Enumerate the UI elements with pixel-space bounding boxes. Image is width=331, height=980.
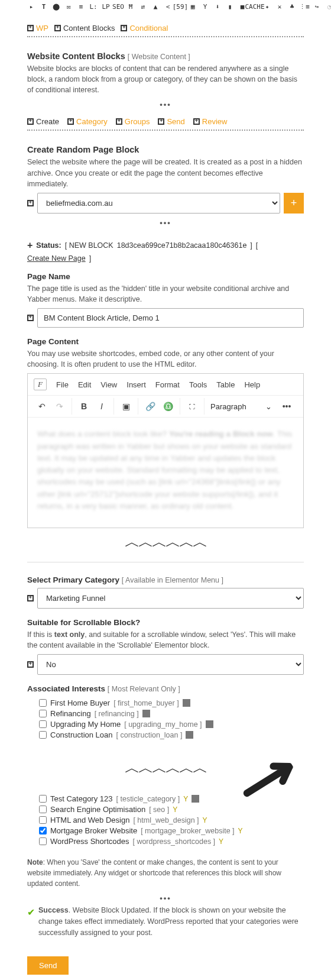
y-badge: Y [238, 827, 243, 835]
editor-menu-edit[interactable]: Edit [78, 380, 91, 389]
top-toolbar: ▸ T ⬤ ✉ ≡ L: LP SEO Ħ ⇄ ▲ < [59] ▦ Y ⬇ ▮… [27, 0, 304, 14]
plus-icon[interactable] [27, 315, 34, 321]
editor-menu-tools[interactable]: Tools [189, 380, 207, 389]
main-tabs: WP Content Blocks Conditional [27, 14, 304, 37]
interest-checkbox[interactable] [39, 816, 47, 824]
toolbar-icon[interactable]: < [164, 2, 172, 11]
toolbar-icon[interactable]: ♣ [288, 2, 296, 11]
page-name-input[interactable] [37, 308, 304, 328]
status-line: + Status: [ NEW BLOCK 18d3cea699ce71b8b2… [27, 240, 304, 263]
toolbar-icon[interactable]: ≡ [77, 2, 85, 11]
toolbar-icon[interactable]: ⋮≡ [300, 2, 309, 11]
bold-icon[interactable]: B [76, 398, 92, 415]
interest-label: First Home Buyer [50, 698, 110, 707]
editor-menu-format[interactable]: Format [155, 380, 180, 389]
toolbar-icon[interactable]: ▸ [27, 2, 35, 11]
calculator-icon [142, 710, 150, 717]
scrollable-select[interactable]: No [37, 654, 304, 675]
y-badge: Y [173, 806, 177, 814]
editor-menu-help[interactable]: Help [244, 380, 260, 389]
interest-checkbox[interactable] [39, 806, 47, 813]
editor-menu-file[interactable]: File [56, 380, 69, 389]
link-icon[interactable]: 🔗 [142, 398, 158, 415]
toolbar-icon[interactable]: ▲ [151, 2, 160, 11]
plus-icon[interactable] [27, 200, 34, 206]
plus-icon[interactable] [27, 661, 34, 668]
anchor-icon[interactable]: ♎ [160, 398, 176, 415]
interest-item[interactable]: Mortgage Broker Website [ mortgage_broke… [39, 826, 292, 835]
toolbar-icon[interactable]: [59] [176, 2, 184, 11]
editor-menu-f[interactable]: F [34, 379, 47, 390]
interest-checkbox[interactable] [39, 795, 47, 803]
interest-slug: [ seo ] [149, 806, 169, 814]
primary-category-select[interactable]: Marketing Funnel [37, 588, 304, 609]
y-badge: Y [203, 816, 207, 824]
toolbar-icon[interactable]: Y [201, 2, 209, 11]
toolbar-icon[interactable]: L: [89, 2, 98, 11]
page-name-title: Page Name [27, 272, 304, 281]
editor-menu-view[interactable]: View [100, 380, 117, 389]
toolbar-icon[interactable]: ✉ [64, 2, 73, 11]
toolbar-icon[interactable]: ▮ [226, 2, 234, 11]
create-new-page-link[interactable]: Create New Page [27, 254, 86, 263]
more-icon[interactable]: ••• [278, 398, 295, 415]
tab-groups[interactable]: Groups [116, 117, 150, 126]
interest-item[interactable]: HTML and Web Design [ html_web_design ] … [39, 816, 292, 824]
paragraph-select[interactable]: Paragraph ⌄ [210, 402, 272, 411]
toolbar-icon[interactable]: SEO [114, 2, 122, 11]
tab-content-blocks[interactable]: Content Blocks [54, 24, 115, 33]
fullscreen-icon[interactable]: ⛶ [184, 398, 200, 415]
toolbar-icon[interactable]: ▦ [189, 2, 197, 11]
toolbar-icon[interactable]: ✦ [263, 2, 271, 11]
editor-body[interactable]: What does a content block look like? You… [28, 418, 303, 528]
italic-icon[interactable]: I [93, 398, 110, 415]
site-select[interactable]: beliefmedia.com.au [37, 193, 280, 214]
tab-conditional[interactable]: Conditional [121, 24, 168, 33]
plus-icon[interactable]: + [27, 240, 33, 251]
interest-checkbox[interactable] [39, 710, 47, 717]
undo-icon[interactable]: ↶ [34, 398, 50, 415]
toolbar-icon[interactable]: ⇄ [139, 2, 147, 11]
toolbar-icon[interactable]: LP [102, 2, 110, 11]
editor-menu-table[interactable]: Table [216, 380, 235, 389]
image-icon[interactable]: ▣ [118, 398, 134, 415]
check-icon: ✔ [27, 905, 35, 920]
tab-create[interactable]: Create [27, 117, 59, 126]
scrollable-description: If this is text only, and suitable for a… [27, 629, 304, 651]
toolbar-icon[interactable]: ⬤ [52, 2, 60, 11]
toolbar-icon[interactable]: T [40, 2, 48, 11]
primary-category-title: Select Primary Category [ Available in E… [27, 575, 304, 584]
interest-checkbox[interactable] [39, 699, 47, 707]
interest-checkbox[interactable] [39, 837, 47, 845]
interest-item[interactable]: WordPress Shortcodes [ wordpress_shortco… [39, 837, 292, 846]
interest-item[interactable]: Refinancing [ refinancing ] [39, 709, 292, 718]
section-title: Website Content Blocks [ Website Content… [27, 51, 304, 61]
editor-menu-insert[interactable]: Insert [126, 380, 146, 389]
calculator-icon [192, 795, 199, 803]
toolbar-icon[interactable]: ↪ [313, 2, 321, 11]
interest-item[interactable]: Construction Loan [ construction_loan ] [39, 730, 292, 739]
interest-checkbox[interactable] [39, 720, 47, 728]
toolbar-icon[interactable]: ◔ [325, 2, 331, 11]
toolbar-icon[interactable]: Ħ [126, 2, 135, 11]
tab-wp[interactable]: WP [27, 24, 48, 33]
interest-slug: [ first_home_buyer ] [113, 699, 179, 707]
send-button[interactable]: Send [27, 956, 69, 975]
plus-icon[interactable] [27, 595, 34, 601]
interest-checkbox[interactable] [39, 731, 47, 739]
interest-item[interactable]: First Home Buyer [ first_home_buyer ] [39, 698, 292, 707]
tab-send[interactable]: Send [158, 117, 184, 126]
calculator-icon [183, 699, 190, 707]
tab-review[interactable]: Review [193, 117, 228, 126]
redo-icon[interactable]: ↷ [51, 398, 68, 415]
plus-icon [193, 118, 200, 125]
add-site-button[interactable]: + [284, 193, 304, 214]
tab-category[interactable]: Category [67, 117, 108, 126]
save-note: Note: When you 'Save' the content or mak… [27, 857, 304, 889]
toolbar-icon[interactable]: ⬇ [213, 2, 222, 11]
toolbar-icon[interactable]: CACHE [251, 2, 259, 11]
toolbar-icon[interactable]: ✕ [275, 2, 284, 11]
interest-checkbox[interactable] [39, 827, 47, 835]
interest-slug: [ upgrading_my_home ] [124, 720, 202, 729]
interest-item[interactable]: Upgrading My Home [ upgrading_my_home ] [39, 720, 292, 729]
